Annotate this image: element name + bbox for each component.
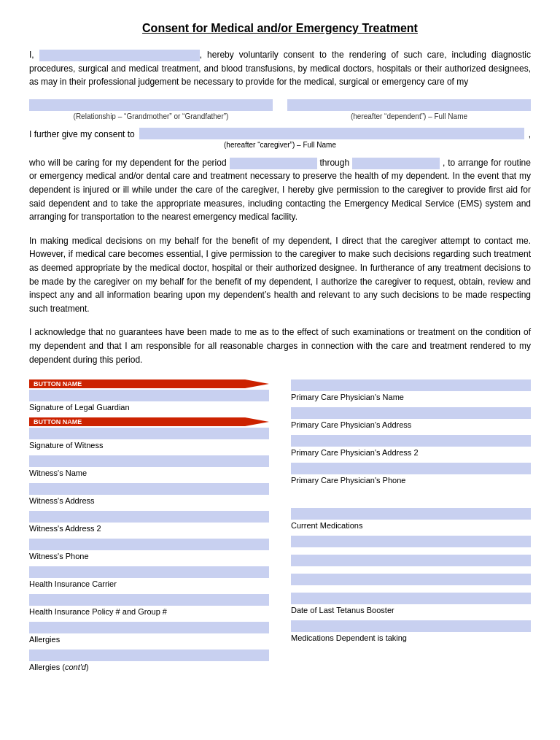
pcp-address-row: Primary Care Physician's Address [291, 407, 531, 429]
paragraph-3: I acknowledge that no guarantees have be… [29, 325, 531, 366]
sig-witness-label: Signature of Witness [29, 441, 269, 450]
witness-address-label: Witness's Address [29, 496, 269, 505]
medications-extra1-input[interactable] [291, 536, 531, 547]
witness-phone-row: Witness's Phone [29, 539, 269, 560]
medications-extra2-row [291, 555, 531, 568]
witness-name-row: Witness's Name [29, 455, 269, 477]
caregiver-label: (hereafter “caregiver”) – Full Name [29, 141, 531, 149]
health-insurance-policy-input[interactable] [29, 594, 269, 606]
health-insurance-policy-row: Health Insurance Policy # and Group # [29, 594, 269, 616]
medications-dependent-row: Medications Dependent is taking [291, 620, 531, 642]
tetanus-row: Date of Last Tetanus Booster [291, 593, 531, 614]
paragraph-1: I, , hereby voluntarily consent to the r… [29, 48, 531, 89]
medications-extra3-input[interactable] [291, 574, 531, 585]
medications-extra3-row [291, 574, 531, 587]
witness-name-input[interactable] [29, 455, 269, 467]
period-through: through [319, 158, 349, 168]
allergies-cont-label: Allergies (cont'd) [29, 663, 269, 671]
relationship-col: (Relationship – “Grandmother” or “Grandf… [29, 99, 273, 120]
medications-dependent-label: Medications Dependent is taking [291, 633, 531, 642]
relationship-label: (Relationship – “Grandmother” or “Grandf… [29, 112, 273, 120]
witness-address2-row: Witness's Address 2 [29, 511, 269, 533]
relationship-dependent-group: (Relationship – “Grandmother” or “Grandf… [29, 99, 531, 120]
left-col: BUTTON NAME Signature of Legal Guardian … [29, 379, 269, 677]
witness-phone-label: Witness's Phone [29, 552, 269, 560]
sig-legal-guardian-input[interactable] [29, 390, 269, 401]
pcp-address2-input[interactable] [291, 435, 531, 447]
sig-witness-row: BUTTON NAME Signature of Witness [29, 417, 269, 450]
current-medications-row: Current Medications [291, 508, 531, 530]
period-paragraph: who will be caring for my dependent for … [29, 156, 531, 224]
sig-legal-guardian-row: BUTTON NAME Signature of Legal Guardian [29, 379, 269, 412]
current-medications-label: Current Medications [291, 521, 531, 530]
dependent-label: (hereafter “dependent”) – Full Name [287, 112, 531, 120]
health-insurance-carrier-row: Health Insurance Carrier [29, 566, 269, 588]
pcp-phone-label: Primary Care Physician's Phone [291, 476, 531, 485]
sig-witness-input[interactable] [29, 428, 269, 439]
tetanus-input[interactable] [291, 593, 531, 604]
form-section: BUTTON NAME Signature of Legal Guardian … [29, 379, 531, 677]
p1-prefix: I, [29, 50, 39, 60]
current-medications-input[interactable] [291, 508, 531, 520]
pcp-address-label: Primary Care Physician's Address [291, 420, 531, 429]
pcp-phone-row: Primary Care Physician's Phone [291, 463, 531, 485]
witness-address-input[interactable] [29, 483, 269, 495]
sig-legal-guardian-label: Signature of Legal Guardian [29, 403, 269, 412]
period-prefix: who will be caring for my dependent for … [29, 158, 227, 168]
sig-guardian-badge: BUTTON NAME [29, 379, 269, 388]
allergies-input[interactable] [29, 622, 269, 633]
relationship-input[interactable] [29, 99, 273, 111]
witness-name-label: Witness's Name [29, 469, 269, 477]
allergies-label: Allergies [29, 635, 269, 644]
witness-address-row: Witness's Address [29, 483, 269, 505]
medications-dependent-input[interactable] [291, 620, 531, 632]
witness-address2-label: Witness's Address 2 [29, 524, 269, 533]
caregiver-prefix: I further give my consent to [29, 129, 135, 139]
pcp-address-input[interactable] [291, 407, 531, 419]
witness-address2-input[interactable] [29, 511, 269, 523]
health-insurance-policy-label: Health Insurance Policy # and Group # [29, 607, 269, 616]
allergies-cont-input[interactable] [29, 650, 269, 661]
health-insurance-carrier-label: Health Insurance Carrier [29, 579, 269, 588]
page-title: Consent for Medical and/or Emergency Tre… [29, 22, 531, 35]
medications-extra1-row [291, 536, 531, 549]
witness-phone-input[interactable] [29, 539, 269, 550]
caregiver-input[interactable] [139, 128, 524, 139]
pcp-address2-row: Primary Care Physician's Address 2 [291, 435, 531, 457]
period-end-input[interactable] [352, 158, 440, 169]
period-start-input[interactable] [230, 158, 317, 169]
health-insurance-carrier-input[interactable] [29, 566, 269, 578]
pcp-name-label: Primary Care Physician's Name [291, 393, 531, 401]
caregiver-row: I further give my consent to , [29, 128, 531, 139]
sig-witness-badge: BUTTON NAME [29, 417, 269, 426]
dependent-col: (hereafter “dependent”) – Full Name [287, 99, 531, 120]
name-field[interactable] [39, 50, 200, 61]
allergies-cont-row: Allergies (cont'd) [29, 650, 269, 671]
spacer-row [291, 490, 531, 502]
right-col: Primary Care Physician's Name Primary Ca… [291, 379, 531, 677]
dependent-input[interactable] [287, 99, 531, 111]
tetanus-label: Date of Last Tetanus Booster [291, 606, 531, 614]
pcp-name-row: Primary Care Physician's Name [291, 379, 531, 401]
pcp-name-input[interactable] [291, 379, 531, 391]
pcp-address2-label: Primary Care Physician's Address 2 [291, 448, 531, 457]
paragraph-2: In making medical decisions on my behalf… [29, 234, 531, 316]
medications-extra2-input[interactable] [291, 555, 531, 566]
allergies-row: Allergies [29, 622, 269, 644]
pcp-phone-input[interactable] [291, 463, 531, 474]
